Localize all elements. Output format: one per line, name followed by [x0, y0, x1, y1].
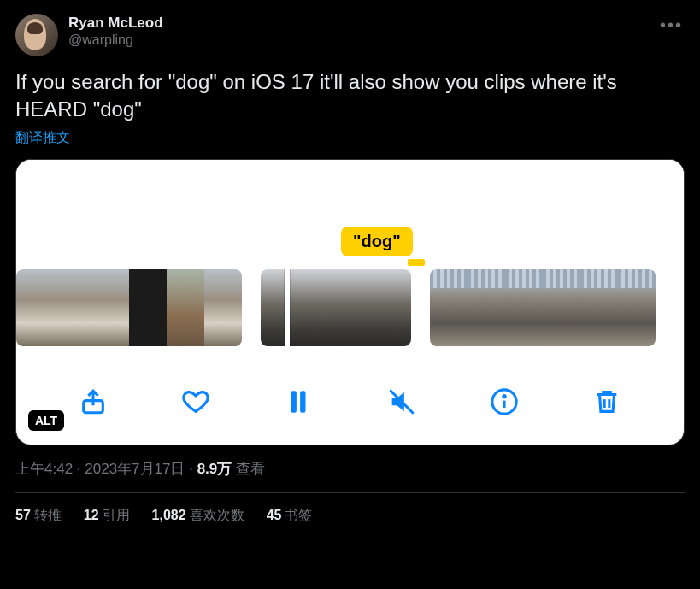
thumbnail — [91, 269, 129, 346]
pause-icon[interactable] — [282, 386, 315, 418]
meta-date[interactable]: 2023年7月17日 — [85, 461, 185, 477]
thumbnail — [129, 269, 167, 346]
author-names[interactable]: Ryan McLeod @warpling — [68, 14, 163, 49]
translate-link[interactable]: 翻译推文 — [15, 129, 685, 147]
thumbnail — [204, 269, 242, 346]
clip-group-2[interactable] — [261, 269, 411, 346]
thumbnail — [468, 269, 505, 346]
avatar[interactable] — [15, 14, 58, 56]
thumbnail — [298, 269, 336, 346]
caption-position-marker — [408, 259, 425, 266]
more-icon[interactable]: ••• — [660, 15, 683, 35]
speaker-muted-icon[interactable] — [385, 386, 418, 418]
tweet: Ryan McLeod @warpling ••• If you search … — [0, 0, 700, 539]
heart-icon[interactable] — [179, 386, 212, 418]
clip-group-1[interactable] — [16, 269, 242, 346]
thumbnail — [618, 269, 656, 346]
thumbnail — [167, 269, 204, 346]
thumbnail — [54, 269, 91, 346]
meta-time[interactable]: 上午4:42 — [15, 461, 73, 477]
share-icon[interactable] — [77, 386, 109, 418]
svg-rect-1 — [291, 391, 297, 413]
stat-likes[interactable]: 1,082喜欢次数 — [152, 507, 244, 525]
thumbnail — [505, 269, 543, 346]
thumbnail — [261, 269, 298, 346]
display-name: Ryan McLeod — [68, 14, 163, 32]
tweet-header: Ryan McLeod @warpling ••• — [15, 14, 685, 56]
meta-views-label: 查看 — [236, 461, 265, 477]
playhead[interactable] — [285, 269, 290, 346]
caption-tag: "dog" — [341, 227, 413, 256]
meta-views-count: 8.9万 — [197, 461, 232, 477]
thumbnail — [580, 269, 618, 346]
media-card[interactable]: "dog" — [15, 159, 685, 445]
divider — [15, 492, 685, 493]
thumbnail — [336, 269, 374, 346]
alt-badge[interactable]: ALT — [28, 410, 64, 431]
thumbnail — [430, 269, 468, 346]
stat-quotes[interactable]: 12引用 — [84, 507, 130, 525]
tweet-text: If you search for "dog" on iOS 17 it'll … — [15, 68, 685, 124]
stat-bookmarks[interactable]: 45书签 — [267, 507, 313, 525]
handle: @warpling — [68, 32, 163, 49]
clip-group-3[interactable] — [430, 269, 656, 346]
svg-rect-2 — [301, 391, 306, 413]
video-scrubber-strip[interactable] — [16, 269, 684, 346]
thumbnail — [543, 269, 580, 346]
thumbnail — [16, 269, 54, 346]
tweet-stats: 57转推 12引用 1,082喜欢次数 45书签 — [15, 507, 685, 525]
trash-icon[interactable] — [591, 386, 623, 418]
media-toolbar — [16, 359, 684, 445]
svg-point-6 — [503, 395, 505, 397]
stat-retweets[interactable]: 57转推 — [15, 507, 62, 525]
info-icon[interactable] — [488, 386, 521, 418]
thumbnail — [374, 269, 411, 346]
tweet-meta: 上午4:42 · 2023年7月17日 · 8.9万 查看 — [15, 459, 685, 479]
